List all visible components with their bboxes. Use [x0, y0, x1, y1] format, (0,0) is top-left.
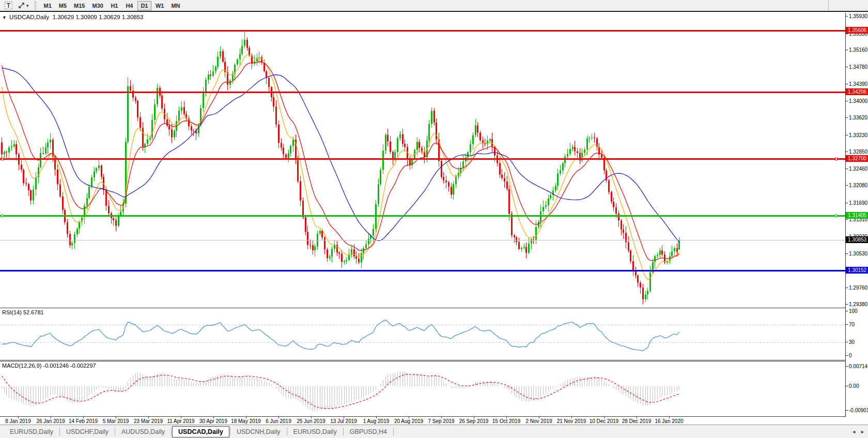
date-label: 1 Aug 2019 — [363, 418, 390, 424]
timeframe-button-h1[interactable]: H1 — [107, 1, 121, 10]
chart-tab-bar: EURUSD,DailyUSDCHF,DailyAUDUSD,DailyUSDC… — [0, 425, 868, 438]
current-price-line — [0, 240, 845, 240]
line-handle[interactable] — [1, 158, 4, 160]
line-handle[interactable] — [1, 215, 4, 217]
price-level-badge: 1.30152 — [846, 267, 868, 274]
date-label: 10 Dec 2019 — [590, 418, 619, 424]
date-label: 30 Apr 2019 — [199, 418, 227, 424]
line-handle[interactable] — [835, 158, 838, 160]
rsi-label: RSI(14) 52.6781 — [2, 309, 44, 315]
date-label: 21 Nov 2019 — [557, 418, 586, 424]
date-label: 25 Jun 2019 — [297, 418, 325, 424]
price-level-badge: 1.32700 — [846, 155, 868, 162]
tab-divider — [343, 428, 344, 435]
candlestick-canvas[interactable] — [0, 13, 845, 308]
collapse-triangle-icon[interactable]: ▼ — [2, 15, 7, 20]
date-label: 16 Jan 2020 — [655, 418, 683, 424]
timeframe-button-m30[interactable]: M30 — [89, 1, 106, 10]
timeframe-button-m1[interactable]: M1 — [41, 1, 55, 10]
current-price-badge: 1.30853 — [846, 236, 868, 243]
horizontal-level-line[interactable] — [0, 158, 845, 160]
timeframe-button-d1[interactable]: D1 — [137, 1, 151, 10]
diagonal-arrows-icon — [18, 2, 25, 9]
date-label: 15 Oct 2019 — [492, 418, 520, 424]
caret-down-icon: ▾ — [26, 3, 29, 8]
tabs-scroll-left-icon[interactable]: ◄ — [851, 429, 856, 434]
toolbar-grip[interactable] — [35, 2, 36, 10]
date-label: 6 Jun 2019 — [266, 418, 291, 424]
line-handle[interactable] — [835, 215, 838, 217]
price-level-badge: 1.34206 — [846, 88, 868, 95]
rsi-panel[interactable]: RSI(14) 52.6781 — [0, 308, 845, 360]
date-label: 20 Aug 2019 — [394, 418, 423, 424]
arrows-tool-button[interactable]: ▾ — [16, 1, 30, 10]
tab-divider — [115, 428, 115, 435]
chart-column: ▼USDCAD,Daily 1.30629 1.30909 1.30629 1.… — [0, 13, 845, 425]
date-label: 11 Apr 2019 — [167, 418, 194, 424]
timeframe-button-m5[interactable]: M5 — [56, 1, 70, 10]
date-label: 28 Dec 2019 — [622, 418, 652, 424]
chart-tab-audusd-daily[interactable]: AUDUSD,Daily — [116, 426, 171, 437]
toolbar-separator — [828, 1, 829, 10]
chart-tab-eurusd-daily[interactable]: EURUSD,Daily — [4, 426, 59, 437]
date-label: 8 Jan 2019 — [5, 418, 31, 424]
text-tool-button[interactable]: T — [3, 1, 14, 10]
chart-tab-gbpusd-h4[interactable]: GBPUSD,H4 — [344, 426, 393, 437]
date-label: 18 May 2019 — [231, 418, 261, 424]
date-label: 7 Sep 2019 — [428, 418, 454, 424]
chart-title: ▼USDCAD,Daily 1.30629 1.30909 1.30629 1.… — [2, 14, 144, 20]
date-label: 26 Jan 2019 — [36, 418, 65, 424]
macd-canvas — [0, 361, 845, 416]
horizontal-level-line[interactable] — [0, 30, 845, 32]
date-label: 13 Jul 2019 — [330, 418, 357, 424]
chart-tab-usdcnh-daily[interactable]: USDCNH,Daily — [231, 426, 286, 437]
date-label: 23 Mar 2019 — [134, 418, 163, 424]
tab-divider — [393, 428, 394, 435]
macd-panel[interactable]: MACD(12,26,9) -0.001246 -0.002297 — [0, 361, 845, 416]
timeframe-button-m15[interactable]: M15 — [71, 1, 88, 10]
chart-tabs: EURUSD,DailyUSDCHF,DailyAUDUSD,DailyUSDC… — [4, 425, 394, 438]
macd-label: MACD(12,26,9) -0.001246 -0.002297 — [2, 363, 96, 369]
chart-tab-usdchf-daily[interactable]: USDCHF,Daily — [60, 426, 114, 437]
timeframe-button-w1[interactable]: W1 — [152, 1, 167, 10]
date-axis[interactable]: 8 Jan 201926 Jan 201914 Feb 20195 Mar 20… — [0, 417, 845, 425]
price-level-badge: 1.31405 — [846, 212, 868, 219]
tab-divider — [59, 428, 60, 435]
tab-divider — [287, 428, 287, 435]
horizontal-level-line[interactable] — [0, 270, 845, 271]
date-label: 5 Mar 2019 — [103, 418, 129, 424]
main-chart-panel[interactable]: ▼USDCAD,Daily 1.30629 1.30909 1.30629 1.… — [0, 13, 845, 308]
text-tool-icon: T — [5, 2, 12, 9]
chart-window: ▼USDCAD,Daily 1.30629 1.30909 1.30629 1.… — [0, 13, 868, 425]
price-axis[interactable]: 1.359301.355301.351601.347801.343901.340… — [845, 13, 868, 417]
tab-divider — [230, 428, 230, 435]
chart-tab-eurusd-daily[interactable]: EURUSD,Daily — [288, 426, 343, 437]
timeframe-button-mn[interactable]: MN — [168, 1, 183, 10]
horizontal-level-line[interactable] — [0, 215, 845, 217]
toolbar: T ▾ M1M5M15M30H1H4D1W1MN — [0, 0, 868, 12]
date-label: 26 Sep 2019 — [459, 418, 489, 424]
rsi-canvas — [0, 308, 845, 360]
chart-title-text: USDCAD,Daily 1.30629 1.30909 1.30629 1.3… — [9, 14, 144, 20]
trading-terminal: T ▾ M1M5M15M30H1H4D1W1MN ▼USDCAD,Daily 1… — [0, 0, 868, 438]
tabs-scroll-right-icon[interactable]: ► — [860, 429, 865, 434]
chart-tab-usdcad-daily[interactable]: USDCAD,Daily — [172, 426, 229, 437]
timeframe-button-h4[interactable]: H4 — [122, 1, 136, 10]
timeframe-toolbar: M1M5M15M30H1H4D1W1MN — [40, 0, 184, 11]
tab-scroll-controls: ◄ ► — [851, 425, 865, 438]
horizontal-level-line[interactable] — [0, 92, 845, 93]
date-label: 2 Nov 2019 — [525, 418, 552, 424]
date-label: 14 Feb 2019 — [69, 418, 98, 424]
price-level-badge: 1.35606 — [846, 27, 868, 34]
tab-divider — [171, 428, 172, 435]
